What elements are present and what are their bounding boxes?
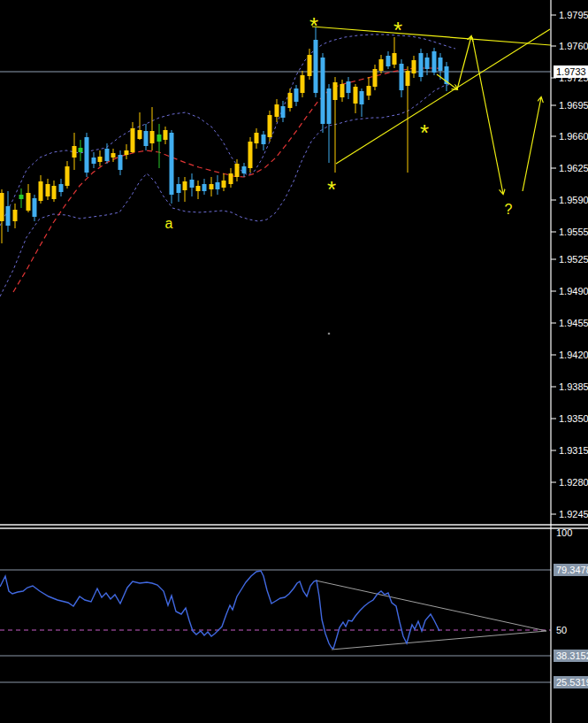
candle-body — [275, 104, 279, 117]
candle-body — [314, 40, 318, 93]
candle-body — [170, 133, 174, 195]
candle-body — [144, 131, 149, 146]
candle-body — [321, 58, 325, 124]
candle-body — [268, 115, 272, 137]
candle-body — [111, 153, 116, 158]
candle-body — [131, 128, 135, 152]
candle-body — [177, 184, 181, 193]
candle-body — [190, 180, 195, 188]
candle-body — [73, 146, 77, 158]
oscillator-level-label: 50 — [556, 625, 567, 635]
price-tick-label: 1.9695 — [559, 100, 588, 111]
wave-marker-asterisk: * — [393, 17, 402, 43]
candle-body — [393, 53, 397, 65]
price-tick-label: 1.9525 — [559, 254, 588, 265]
candle-body — [262, 135, 266, 144]
candle — [268, 111, 272, 142]
candle-body — [222, 181, 226, 188]
stray-dot — [328, 333, 331, 335]
chart-svg: ****a?1.97951.97601.97251.96951.96601.96… — [0, 0, 588, 723]
candle-body — [65, 166, 70, 186]
price-tick-label: 1.9590 — [559, 195, 588, 205]
candle-body — [125, 150, 129, 155]
candle-body — [229, 173, 233, 184]
oscillator-level-label: 25.5319 — [556, 677, 588, 688]
candle-body — [333, 82, 338, 100]
wave-marker-asterisk: * — [327, 176, 336, 203]
candle — [248, 137, 253, 173]
candle-body — [33, 198, 37, 217]
candle-body — [6, 206, 11, 226]
candle-body — [46, 184, 50, 196]
question-mark-label: ? — [505, 202, 513, 217]
price-tick-label: 1.9555 — [559, 227, 588, 237]
candle-body — [432, 51, 437, 73]
candle-body — [301, 75, 305, 93]
candle-body — [354, 87, 358, 104]
label-a: a — [165, 216, 173, 231]
candle-body — [367, 86, 371, 96]
candle-body — [98, 157, 103, 162]
price-tick-label: 1.9280 — [559, 477, 588, 488]
candle-body — [360, 91, 364, 104]
candle-body — [255, 133, 259, 143]
candle-body — [39, 181, 43, 201]
price-tick-label: 1.9245 — [559, 509, 588, 519]
candle-body — [92, 158, 96, 164]
candle-body — [52, 186, 57, 199]
candle-body — [288, 93, 293, 108]
candle-body — [400, 64, 404, 90]
candle-body — [196, 186, 201, 191]
candle-body — [327, 88, 332, 124]
oscillator-level-label: 38.3152 — [556, 650, 588, 661]
candle-body — [425, 58, 430, 69]
candle — [85, 133, 89, 177]
candle-body — [0, 193, 4, 221]
candle — [170, 130, 174, 204]
candle-body — [150, 131, 155, 143]
price-tick-label: 1.9420 — [559, 350, 588, 360]
price-tick-label: 1.9455 — [559, 318, 588, 328]
candle-body — [347, 81, 351, 93]
price-tick-label: 1.9490 — [559, 286, 588, 296]
candle-body — [242, 166, 247, 173]
candle-body — [118, 155, 123, 170]
candle-body — [419, 53, 424, 77]
chart-canvas[interactable]: ****a?1.97951.97601.97251.96951.96601.96… — [0, 0, 588, 723]
candle-body — [340, 84, 345, 97]
candle — [432, 48, 437, 75]
price-tick-label: 1.9625 — [559, 163, 588, 173]
candle-body — [138, 130, 142, 139]
candle-body — [248, 142, 253, 168]
candle-body — [216, 182, 220, 189]
price-tick-label: 1.9795 — [559, 10, 588, 20]
candle-body — [13, 210, 18, 221]
candle-body — [183, 181, 187, 190]
candle-body — [386, 56, 391, 66]
candle-body — [27, 193, 31, 211]
candle-body — [412, 60, 416, 73]
candle-body — [373, 69, 378, 87]
candle-body — [79, 148, 83, 152]
candle — [321, 53, 325, 133]
candle-body — [294, 88, 299, 102]
chart-background — [0, 0, 588, 723]
candle-body — [406, 71, 410, 86]
candle-body — [210, 184, 214, 189]
candle-body — [202, 184, 207, 191]
price-tick-label: 1.9660 — [559, 131, 588, 142]
candle-body — [379, 59, 384, 71]
candle-body — [308, 55, 312, 76]
candle-body — [164, 130, 168, 140]
oscillator-level-label: 79.3478 — [556, 565, 588, 575]
candle-body — [105, 149, 110, 161]
candle-body — [19, 195, 24, 199]
candle-body — [281, 106, 286, 118]
oscillator-level-label: 100 — [556, 527, 572, 538]
candle-body — [157, 135, 162, 142]
price-tick-label: 1.9385 — [559, 381, 588, 392]
candle-body — [235, 164, 240, 177]
current-price-badge-label: 1.9733 — [556, 66, 586, 77]
price-tick-label: 1.9350 — [559, 413, 588, 424]
candle-body — [439, 58, 443, 71]
